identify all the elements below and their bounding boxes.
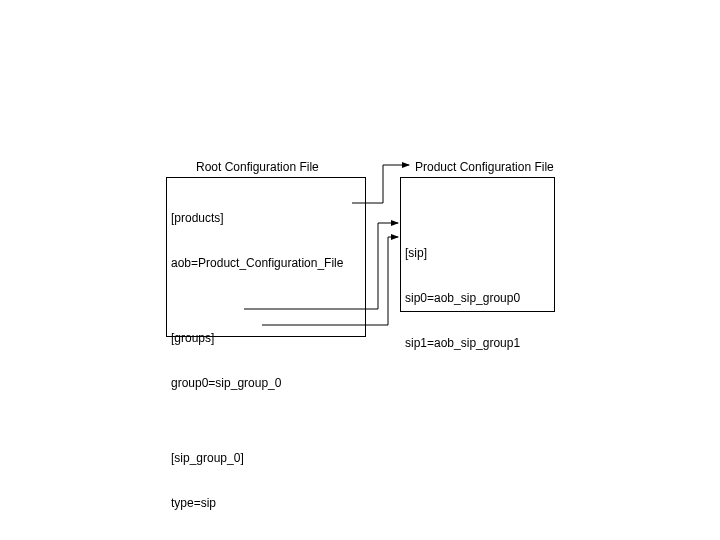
root-groups-header: [groups] [171,331,343,346]
product-sip1: sip1=aob_sip_group1 [405,336,520,351]
diagram-canvas: Root Configuration File [products] aob=P… [0,0,720,540]
root-sipgroup0-header: [sip_group_0] [171,451,343,466]
product-sip0: sip0=aob_sip_group0 [405,291,520,306]
root-config-title: Root Configuration File [196,160,319,174]
product-sip-header: [sip] [405,246,520,261]
root-products-header: [products] [171,211,343,226]
root-sipgroup0-type: type=sip [171,496,343,511]
root-groups-group0: group0=sip_group_0 [171,376,343,391]
product-config-content: [sip] sip0=aob_sip_group0 sip1=aob_sip_g… [405,216,520,381]
product-config-title: Product Configuration File [415,160,554,174]
root-products-aob: aob=Product_Configuration_File [171,256,343,271]
root-config-content: [products] aob=Product_Configuration_Fil… [171,181,343,540]
